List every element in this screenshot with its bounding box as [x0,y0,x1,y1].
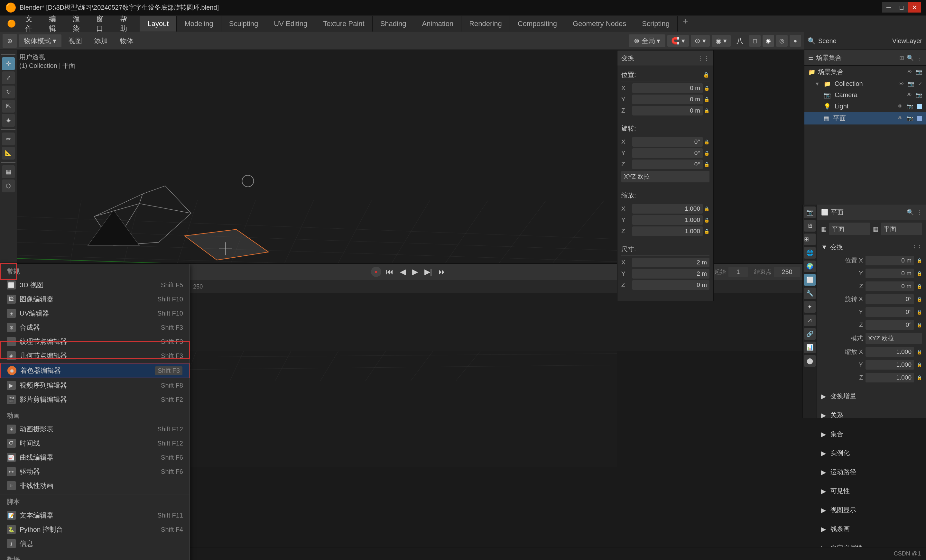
scale-z-lock-icon[interactable]: 🔒 [917,375,922,380]
dropdown-item-tex-node-editor[interactable]: ⋯ 纹理节点编辑器 Shift F3 [0,335,189,349]
tab-geometry-nodes[interactable]: Geometry Nodes [565,16,634,32]
collection-eye-icon[interactable]: 👁 [899,81,904,87]
props-particles-icon[interactable]: ✦ [804,301,816,312]
timeline-next-frame-btn[interactable]: ▶| [422,267,434,276]
pos-x-lock[interactable]: 🔒 [704,86,710,91]
tool-cursor[interactable]: ✛ [2,57,15,70]
tab-rendering[interactable]: Rendering [461,16,510,32]
dropdown-item-timeline[interactable]: ⏱ 时间线 Shift F12 [0,436,189,450]
rot-z-lock[interactable]: 🔒 [704,162,710,167]
menu-window[interactable]: 窗口 [91,12,113,35]
tool-transform[interactable]: ⊕ [2,114,15,127]
dropdown-item-3dview[interactable]: ⬜ 3D 视图 Shift F5 [0,278,189,292]
props-modifier-icon[interactable]: 🔧 [804,288,816,299]
menu-blender[interactable]: 🟠 [4,18,19,29]
rot-z-value[interactable]: 0° [632,160,703,169]
scale-mode-select[interactable]: XYZ 欧拉 [865,333,922,344]
rot-x-value[interactable]: 0° [632,137,703,147]
add-menu[interactable]: 添加 [89,35,113,47]
dropdown-item-uv-editor[interactable]: ⊞ UV编辑器 Shift F10 [0,306,189,320]
tab-compositing[interactable]: Compositing [510,16,565,32]
loc-y-lock-icon[interactable]: 🔒 [917,271,922,276]
dropdown-item-drivers[interactable]: ⊷ 驱动器 Shift F6 [0,465,189,478]
dropdown-item-image-editor[interactable]: 🖼 图像编辑器 Shift F10 [0,292,189,306]
scale-y-lock-icon[interactable]: 🔒 [917,362,922,367]
outliner-filter-icon[interactable]: ⊞ [899,54,904,62]
render-icon[interactable]: 📷 [916,69,922,75]
end-frame-field[interactable]: 250 [774,267,800,277]
object-menu[interactable]: 物体 [115,35,139,47]
scale-x-value[interactable]: 1.000 [632,204,703,214]
tool-add-cube[interactable]: ▦ [2,165,15,178]
tab-sculpting[interactable]: Sculpting [221,16,266,32]
dim-z-value[interactable]: 0 m [632,280,710,290]
prop-visibility-header[interactable]: ▶ 可见性 [821,484,922,498]
rot-z-lock-icon[interactable]: 🔒 [917,322,922,328]
tab-layout[interactable]: Layout [140,16,177,32]
rot-y-value[interactable]: 0° [632,148,703,158]
win-close-button[interactable]: ✕ [908,2,921,12]
dropdown-item-text-editor[interactable]: 📝 文本编辑器 Shift F11 [0,508,189,522]
dropdown-item-geo-node-editor[interactable]: ◈ 几何节点编辑器 Shift F3 [0,349,189,363]
rot-x-lock[interactable]: 🔒 [704,139,710,145]
tab-texture-paint[interactable]: Texture Paint [315,16,372,32]
menu-file[interactable]: 文件 [20,12,42,35]
menu-help[interactable]: 帮助 [115,12,137,35]
dropdown-item-movie-clip-editor[interactable]: 🎬 影片剪辑编辑器 Shift F2 [0,392,189,406]
tool-scale[interactable]: ⇱ [2,100,15,113]
props-dots-icon[interactable]: ⋮ [916,209,922,216]
outliner-item-camera[interactable]: 📷 Camera 👁 📷 [804,89,926,101]
prop-instancing-header[interactable]: ▶ 实例化 [821,446,922,460]
pos-x-value[interactable]: 0 m [632,83,703,93]
timeline-jump-end-btn[interactable]: ⏭ [437,267,448,276]
tool-move[interactable]: ⤢ [2,71,15,84]
dim-x-value[interactable]: 2 m [632,258,710,267]
dropdown-item-info[interactable]: ℹ 信息 [0,536,189,551]
rot-x-value[interactable]: 0° [865,294,914,304]
prop-transform-extra-header[interactable]: ▶ 变换增量 [821,389,922,403]
eye-icon[interactable]: 👁 [907,69,912,75]
props-view-layer-icon[interactable]: ⊞ [804,234,816,245]
loc-x-lock-icon[interactable]: 🔒 [917,258,922,263]
props-data-icon[interactable]: 📊 [804,342,816,353]
prop-viewport-display-header[interactable]: ▶ 视图显示 [821,503,922,517]
outliner-item-collection[interactable]: ▼ 📁 Collection 👁 📷 ✓ [804,78,926,89]
view-menu[interactable]: 视图 [64,35,87,47]
rot-y-value[interactable]: 0° [865,307,914,317]
scale-x-lock[interactable]: 🔒 [704,206,710,211]
shading-render[interactable]: ● [790,35,801,47]
scale-x-lock-icon[interactable]: 🔒 [917,349,922,355]
pos-z-value[interactable]: 0 m [632,106,703,115]
viewport-icon[interactable]: ⊕ [3,34,17,48]
dropdown-item-compositor[interactable]: ⊛ 合成器 Shift F3 [0,320,189,335]
object-name-field[interactable]: 平面 [829,223,870,235]
scale-y-lock[interactable]: 🔒 [704,217,710,223]
tab-animation[interactable]: Animation [414,16,461,32]
win-maximize-button[interactable]: □ [895,2,908,12]
light-eye-icon[interactable]: 👁 [898,104,903,109]
dim-y-value[interactable]: 2 m [632,269,710,279]
dropdown-item-dope-sheet[interactable]: ⊞ 动画摄影表 Shift F12 [0,422,189,436]
loc-z-lock-icon[interactable]: 🔒 [917,284,922,289]
tab-scripting[interactable]: Scripting [634,16,678,32]
loc-z-value[interactable]: 0 m [865,281,914,291]
pos-z-lock[interactable]: 🔒 [704,108,710,113]
tool-annotate[interactable]: ✏ [2,133,15,145]
pos-y-value[interactable]: 0 m [632,95,703,104]
props-search-icon[interactable]: 🔍 [907,209,914,216]
dropdown-item-graph-editor[interactable]: 📈 曲线编辑器 Shift F6 [0,450,189,465]
timeline-record-btn[interactable]: ● [371,267,381,277]
rotation-mode-select[interactable]: XYZ 欧拉 [621,171,710,183]
loc-x-value[interactable]: 0 m [865,256,914,266]
camera-eye-icon[interactable]: 👁 [907,92,912,98]
shading-material[interactable]: ◎ [776,35,788,47]
outliner-search-icon[interactable]: 🔍 [907,54,914,62]
global-local-select[interactable]: ⊛ 全局 ▾ [629,35,666,47]
scale-x-val[interactable]: 1.000 [865,347,914,357]
menu-edit[interactable]: 编辑 [44,12,66,35]
scale-z-lock[interactable]: 🔒 [704,229,710,234]
scale-z-val[interactable]: 1.000 [865,373,914,382]
rot-x-lock-icon[interactable]: 🔒 [917,297,922,302]
prop-line-art-header[interactable]: ▶ 线条画 [821,522,922,536]
start-frame-field[interactable]: 1 [728,267,748,277]
